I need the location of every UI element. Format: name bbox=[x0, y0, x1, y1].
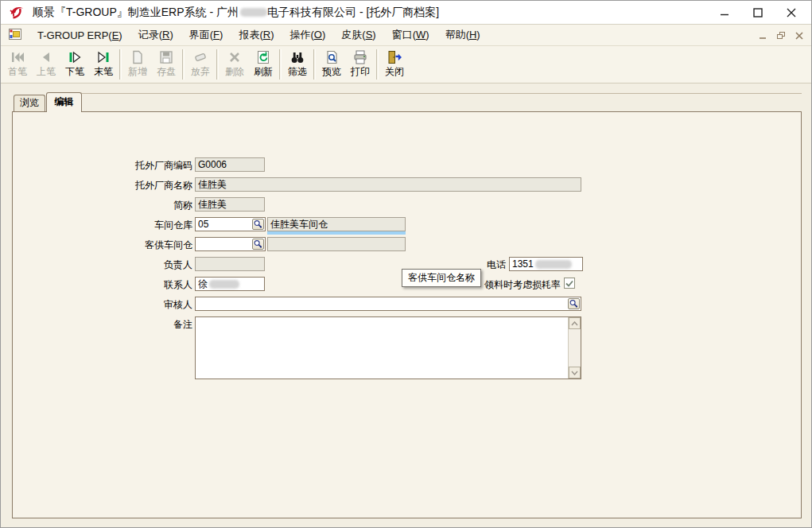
remarks-textarea[interactable] bbox=[195, 316, 581, 379]
menu-item-tgroup-erp[interactable]: T-GROUP ERP(E) bbox=[29, 26, 130, 45]
workshop-warehouse-code-input[interactable]: 05 bbox=[195, 217, 266, 231]
toolbar-separator bbox=[376, 49, 379, 80]
vendor-name-field: 佳胜美 bbox=[195, 177, 581, 192]
workshop-warehouse-label: 车间仓库 bbox=[60, 219, 192, 231]
contact-input[interactable]: 徐 bbox=[195, 277, 265, 291]
edit-form-panel: 托外厂商编码 托外厂商名称 简称 车间仓库 客供车间仓 负责人 联系人 审核人 … bbox=[12, 111, 802, 518]
customer-warehouse-lookup-button[interactable] bbox=[252, 239, 264, 250]
vendor-code-field: G0006 bbox=[195, 157, 265, 172]
form-window-icon bbox=[9, 29, 23, 41]
menu-item-record[interactable]: 记录(R) bbox=[130, 25, 181, 45]
delete-x-icon bbox=[227, 49, 243, 65]
toolbar-first-button: 首笔 bbox=[3, 49, 32, 81]
menu-item-window[interactable]: 窗口(W) bbox=[384, 25, 437, 45]
close-button[interactable] bbox=[775, 1, 808, 25]
scroll-down-button[interactable] bbox=[569, 367, 581, 379]
redacted-company-name bbox=[240, 8, 267, 17]
minimize-button[interactable] bbox=[708, 1, 741, 25]
tab-browse[interactable]: 浏览 bbox=[14, 95, 45, 111]
phone-input[interactable]: 1351 bbox=[509, 257, 583, 271]
auditor-input[interactable] bbox=[195, 297, 581, 311]
toolbar-separator bbox=[119, 49, 122, 80]
auditor-label: 审核人 bbox=[60, 299, 192, 310]
window-title: 顺景『T-GROUP』制造业ERP系统 - 广州电子科技有限公司 - [托外厂商… bbox=[33, 6, 439, 20]
auditor-lookup-button[interactable] bbox=[568, 298, 580, 309]
toolbar-close-button[interactable]: 关闭 bbox=[380, 49, 409, 81]
toolbar-print-button[interactable]: 打印 bbox=[346, 49, 375, 81]
eraser-icon bbox=[192, 49, 208, 65]
toolbar-next-button[interactable]: 下笔 bbox=[60, 49, 89, 81]
exit-door-icon bbox=[387, 49, 402, 65]
tabstrip-edge bbox=[82, 93, 802, 94]
focus-highlight bbox=[267, 231, 406, 235]
prev-record-icon bbox=[38, 49, 54, 65]
short-name-field: 佳胜美 bbox=[195, 197, 265, 212]
window-controls bbox=[708, 1, 808, 25]
first-record-icon bbox=[10, 49, 25, 65]
mdi-minimize-button[interactable] bbox=[757, 30, 768, 41]
toolbar: 首笔 上笔 下笔 末笔 新增 存盘 放弃 删除 bbox=[1, 46, 811, 83]
last-record-icon bbox=[95, 49, 111, 65]
refresh-icon bbox=[255, 49, 271, 65]
customer-warehouse-label: 客供车间仓 bbox=[60, 239, 192, 250]
toolbar-preview-button[interactable]: 预览 bbox=[317, 49, 346, 81]
app-logo-icon bbox=[9, 4, 26, 21]
mdi-close-button[interactable] bbox=[794, 30, 805, 41]
printer-icon bbox=[352, 49, 368, 65]
menu-item-operation[interactable]: 操作(O) bbox=[282, 25, 333, 45]
toolbar-separator bbox=[279, 49, 282, 80]
binoculars-icon bbox=[289, 49, 305, 65]
toolbar-refresh-button[interactable]: 刷新 bbox=[249, 49, 278, 81]
toolbar-separator bbox=[182, 49, 185, 80]
save-disk-icon bbox=[158, 49, 174, 65]
toolbar-filter-button[interactable]: 筛选 bbox=[283, 49, 312, 81]
tooltip: 客供车间仓名称 bbox=[402, 269, 481, 287]
remarks-label: 备注 bbox=[60, 319, 192, 330]
scroll-up-button[interactable] bbox=[569, 317, 581, 329]
redacted-contact bbox=[209, 280, 239, 289]
menu-item-skin[interactable]: 皮肤(S) bbox=[333, 25, 383, 45]
workshop-warehouse-name-field: 佳胜美车间仓 bbox=[267, 217, 406, 231]
toolbar-discard-button: 放弃 bbox=[186, 49, 215, 81]
remarks-scrollbar[interactable] bbox=[568, 317, 581, 379]
loss-rate-checkbox[interactable] bbox=[564, 278, 575, 289]
toolbar-delete-button: 删除 bbox=[220, 49, 249, 81]
short-name-label: 简称 bbox=[60, 200, 192, 211]
menu-item-interface[interactable]: 界面(F) bbox=[181, 25, 231, 45]
vendor-code-label: 托外厂商编码 bbox=[60, 160, 192, 171]
mdi-restore-button[interactable] bbox=[775, 30, 787, 41]
toolbar-last-button[interactable]: 末笔 bbox=[89, 49, 118, 81]
toolbar-save-button: 存盘 bbox=[152, 49, 181, 81]
toolbar-prev-button: 上笔 bbox=[32, 49, 60, 81]
next-record-icon bbox=[67, 49, 83, 65]
contact-label: 联系人 bbox=[60, 279, 192, 290]
menubar: T-GROUP ERP(E) 记录(R) 界面(F) 报表(R) 操作(O) 皮… bbox=[1, 25, 811, 46]
toolbar-new-button: 新增 bbox=[123, 49, 152, 81]
manager-field bbox=[195, 257, 265, 271]
customer-warehouse-code-input[interactable] bbox=[195, 237, 266, 251]
titlebar: 顺景『T-GROUP』制造业ERP系统 - 广州电子科技有限公司 - [托外厂商… bbox=[1, 1, 811, 25]
maximize-button[interactable] bbox=[741, 1, 775, 25]
workshop-warehouse-lookup-button[interactable] bbox=[252, 219, 264, 230]
menu-item-help[interactable]: 帮助(H) bbox=[437, 25, 488, 45]
toolbar-separator bbox=[313, 49, 316, 80]
print-preview-icon bbox=[324, 49, 340, 65]
new-document-icon bbox=[130, 49, 146, 65]
menu-item-report[interactable]: 报表(R) bbox=[231, 25, 282, 45]
mdi-window-controls bbox=[757, 25, 805, 46]
manager-label: 负责人 bbox=[60, 259, 192, 270]
app-window: 顺景『T-GROUP』制造业ERP系统 - 广州电子科技有限公司 - [托外厂商… bbox=[0, 0, 812, 528]
toolbar-separator bbox=[216, 49, 219, 80]
redacted-phone bbox=[535, 260, 572, 269]
vendor-name-label: 托外厂商名称 bbox=[60, 180, 192, 191]
tab-edit[interactable]: 编辑 bbox=[46, 92, 82, 112]
customer-warehouse-name-field bbox=[267, 237, 406, 251]
